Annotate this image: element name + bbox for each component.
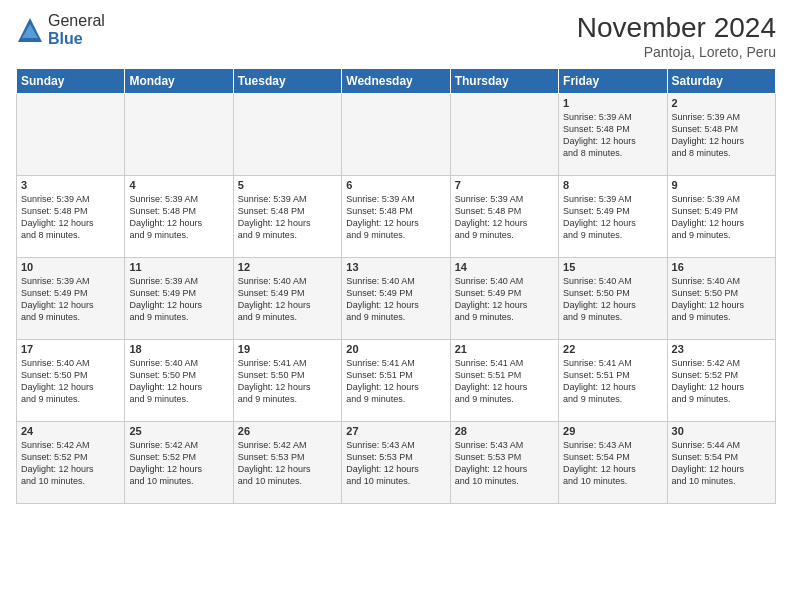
day-cell: 24Sunrise: 5:42 AM Sunset: 5:52 PM Dayli…	[17, 422, 125, 504]
day-number: 25	[129, 425, 228, 437]
day-info: Sunrise: 5:40 AM Sunset: 5:50 PM Dayligh…	[21, 357, 120, 406]
day-info: Sunrise: 5:41 AM Sunset: 5:51 PM Dayligh…	[346, 357, 445, 406]
day-cell: 4Sunrise: 5:39 AM Sunset: 5:48 PM Daylig…	[125, 176, 233, 258]
day-info: Sunrise: 5:40 AM Sunset: 5:50 PM Dayligh…	[563, 275, 662, 324]
main-container: General Blue November 2024 Pantoja, Lore…	[0, 0, 792, 512]
day-cell: 7Sunrise: 5:39 AM Sunset: 5:48 PM Daylig…	[450, 176, 558, 258]
day-number: 3	[21, 179, 120, 191]
calendar-table: SundayMondayTuesdayWednesdayThursdayFrid…	[16, 68, 776, 504]
day-cell: 30Sunrise: 5:44 AM Sunset: 5:54 PM Dayli…	[667, 422, 775, 504]
day-info: Sunrise: 5:42 AM Sunset: 5:53 PM Dayligh…	[238, 439, 337, 488]
day-number: 28	[455, 425, 554, 437]
day-number: 18	[129, 343, 228, 355]
day-info: Sunrise: 5:41 AM Sunset: 5:50 PM Dayligh…	[238, 357, 337, 406]
day-cell	[342, 94, 450, 176]
header: General Blue November 2024 Pantoja, Lore…	[16, 12, 776, 60]
logo-text: General Blue	[48, 12, 105, 47]
day-info: Sunrise: 5:39 AM Sunset: 5:48 PM Dayligh…	[238, 193, 337, 242]
col-header-friday: Friday	[559, 69, 667, 94]
day-info: Sunrise: 5:42 AM Sunset: 5:52 PM Dayligh…	[129, 439, 228, 488]
day-cell: 20Sunrise: 5:41 AM Sunset: 5:51 PM Dayli…	[342, 340, 450, 422]
day-number: 10	[21, 261, 120, 273]
day-cell: 10Sunrise: 5:39 AM Sunset: 5:49 PM Dayli…	[17, 258, 125, 340]
day-info: Sunrise: 5:43 AM Sunset: 5:53 PM Dayligh…	[455, 439, 554, 488]
day-cell: 18Sunrise: 5:40 AM Sunset: 5:50 PM Dayli…	[125, 340, 233, 422]
day-cell: 8Sunrise: 5:39 AM Sunset: 5:49 PM Daylig…	[559, 176, 667, 258]
day-cell: 15Sunrise: 5:40 AM Sunset: 5:50 PM Dayli…	[559, 258, 667, 340]
week-row-4: 24Sunrise: 5:42 AM Sunset: 5:52 PM Dayli…	[17, 422, 776, 504]
day-cell: 5Sunrise: 5:39 AM Sunset: 5:48 PM Daylig…	[233, 176, 341, 258]
logo-blue: Blue	[48, 30, 105, 48]
day-info: Sunrise: 5:43 AM Sunset: 5:54 PM Dayligh…	[563, 439, 662, 488]
day-info: Sunrise: 5:39 AM Sunset: 5:48 PM Dayligh…	[563, 111, 662, 160]
day-number: 7	[455, 179, 554, 191]
day-cell: 6Sunrise: 5:39 AM Sunset: 5:48 PM Daylig…	[342, 176, 450, 258]
day-cell: 12Sunrise: 5:40 AM Sunset: 5:49 PM Dayli…	[233, 258, 341, 340]
day-number: 9	[672, 179, 771, 191]
day-info: Sunrise: 5:40 AM Sunset: 5:50 PM Dayligh…	[129, 357, 228, 406]
day-info: Sunrise: 5:40 AM Sunset: 5:49 PM Dayligh…	[455, 275, 554, 324]
day-info: Sunrise: 5:40 AM Sunset: 5:50 PM Dayligh…	[672, 275, 771, 324]
col-header-tuesday: Tuesday	[233, 69, 341, 94]
day-number: 20	[346, 343, 445, 355]
day-number: 8	[563, 179, 662, 191]
day-cell: 22Sunrise: 5:41 AM Sunset: 5:51 PM Dayli…	[559, 340, 667, 422]
col-header-sunday: Sunday	[17, 69, 125, 94]
day-info: Sunrise: 5:40 AM Sunset: 5:49 PM Dayligh…	[238, 275, 337, 324]
day-number: 30	[672, 425, 771, 437]
day-cell	[450, 94, 558, 176]
day-cell: 25Sunrise: 5:42 AM Sunset: 5:52 PM Dayli…	[125, 422, 233, 504]
day-number: 29	[563, 425, 662, 437]
day-cell: 26Sunrise: 5:42 AM Sunset: 5:53 PM Dayli…	[233, 422, 341, 504]
day-number: 24	[21, 425, 120, 437]
title-block: November 2024 Pantoja, Loreto, Peru	[577, 12, 776, 60]
week-row-3: 17Sunrise: 5:40 AM Sunset: 5:50 PM Dayli…	[17, 340, 776, 422]
day-number: 19	[238, 343, 337, 355]
day-cell: 28Sunrise: 5:43 AM Sunset: 5:53 PM Dayli…	[450, 422, 558, 504]
week-row-1: 3Sunrise: 5:39 AM Sunset: 5:48 PM Daylig…	[17, 176, 776, 258]
day-number: 5	[238, 179, 337, 191]
day-info: Sunrise: 5:39 AM Sunset: 5:48 PM Dayligh…	[21, 193, 120, 242]
header-row: SundayMondayTuesdayWednesdayThursdayFrid…	[17, 69, 776, 94]
logo-icon	[16, 16, 44, 44]
day-number: 2	[672, 97, 771, 109]
day-cell: 19Sunrise: 5:41 AM Sunset: 5:50 PM Dayli…	[233, 340, 341, 422]
week-row-0: 1Sunrise: 5:39 AM Sunset: 5:48 PM Daylig…	[17, 94, 776, 176]
day-number: 17	[21, 343, 120, 355]
day-cell: 21Sunrise: 5:41 AM Sunset: 5:51 PM Dayli…	[450, 340, 558, 422]
logo-general: General	[48, 12, 105, 30]
day-info: Sunrise: 5:43 AM Sunset: 5:53 PM Dayligh…	[346, 439, 445, 488]
day-cell: 1Sunrise: 5:39 AM Sunset: 5:48 PM Daylig…	[559, 94, 667, 176]
col-header-saturday: Saturday	[667, 69, 775, 94]
day-cell: 2Sunrise: 5:39 AM Sunset: 5:48 PM Daylig…	[667, 94, 775, 176]
day-number: 11	[129, 261, 228, 273]
location: Pantoja, Loreto, Peru	[577, 44, 776, 60]
col-header-thursday: Thursday	[450, 69, 558, 94]
day-number: 21	[455, 343, 554, 355]
day-cell: 13Sunrise: 5:40 AM Sunset: 5:49 PM Dayli…	[342, 258, 450, 340]
day-info: Sunrise: 5:42 AM Sunset: 5:52 PM Dayligh…	[672, 357, 771, 406]
day-number: 22	[563, 343, 662, 355]
day-number: 6	[346, 179, 445, 191]
day-info: Sunrise: 5:42 AM Sunset: 5:52 PM Dayligh…	[21, 439, 120, 488]
day-cell	[125, 94, 233, 176]
col-header-monday: Monday	[125, 69, 233, 94]
day-info: Sunrise: 5:39 AM Sunset: 5:48 PM Dayligh…	[346, 193, 445, 242]
day-cell: 9Sunrise: 5:39 AM Sunset: 5:49 PM Daylig…	[667, 176, 775, 258]
day-info: Sunrise: 5:39 AM Sunset: 5:48 PM Dayligh…	[672, 111, 771, 160]
day-cell	[233, 94, 341, 176]
day-info: Sunrise: 5:41 AM Sunset: 5:51 PM Dayligh…	[455, 357, 554, 406]
day-number: 12	[238, 261, 337, 273]
day-info: Sunrise: 5:44 AM Sunset: 5:54 PM Dayligh…	[672, 439, 771, 488]
day-cell: 17Sunrise: 5:40 AM Sunset: 5:50 PM Dayli…	[17, 340, 125, 422]
month-title: November 2024	[577, 12, 776, 44]
day-info: Sunrise: 5:39 AM Sunset: 5:49 PM Dayligh…	[563, 193, 662, 242]
day-number: 27	[346, 425, 445, 437]
day-number: 4	[129, 179, 228, 191]
day-number: 1	[563, 97, 662, 109]
day-info: Sunrise: 5:41 AM Sunset: 5:51 PM Dayligh…	[563, 357, 662, 406]
day-number: 13	[346, 261, 445, 273]
day-cell	[17, 94, 125, 176]
day-cell: 23Sunrise: 5:42 AM Sunset: 5:52 PM Dayli…	[667, 340, 775, 422]
week-row-2: 10Sunrise: 5:39 AM Sunset: 5:49 PM Dayli…	[17, 258, 776, 340]
